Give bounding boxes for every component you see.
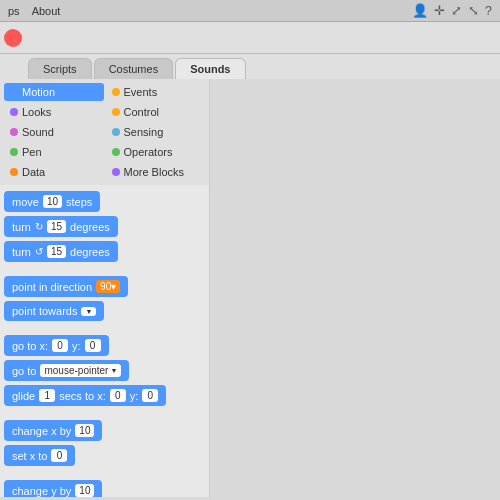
block-glide-y-value[interactable]: 0 [142,389,158,402]
category-sound-label: Sound [22,126,54,138]
clockwise-arrow-icon: ↻ [35,221,43,232]
block-turn-ccw-degrees: degrees [70,246,110,258]
operators-color-dot [112,148,120,156]
block-point-towards-text: point towards [12,305,77,317]
menu-icons: 👤 ✛ ⤢ ⤡ ? [412,3,492,18]
block-turn-ccw-value[interactable]: 15 [47,245,66,258]
tabs-container: Scripts Costumes Sounds [0,54,500,79]
block-point-towards[interactable]: point towards [4,301,104,321]
category-more-blocks[interactable]: More Blocks [106,163,206,181]
tab-sounds[interactable]: Sounds [175,58,245,79]
category-operators[interactable]: Operators [106,143,206,161]
block-point-direction-text: point in direction [12,281,92,293]
block-gap-4 [4,470,205,476]
category-sound[interactable]: Sound [4,123,104,141]
top-toolbar [0,22,500,54]
help-icon[interactable]: ? [485,3,492,18]
block-change-x-text: change x by [12,425,71,437]
block-go-to-xy-text: go to x: [12,340,48,352]
block-turn-cw-degrees: degrees [70,221,110,233]
motion-color-dot [10,88,18,96]
crosshair-icon[interactable]: ✛ [434,3,445,18]
block-glide-x-value[interactable]: 0 [110,389,126,402]
block-set-x-value[interactable]: 0 [51,449,67,462]
control-color-dot [112,108,120,116]
category-motion[interactable]: Motion [4,83,104,101]
category-looks[interactable]: Looks [4,103,104,121]
block-turn-ccw[interactable]: turn ↺ 15 degrees [4,241,118,262]
block-gap-1 [4,266,205,272]
block-gap-3 [4,410,205,416]
block-go-to-y-value[interactable]: 0 [85,339,101,352]
expand2-icon[interactable]: ⤡ [468,3,479,18]
blocks-list: move 10 steps turn ↻ 15 degrees turn ↺ 1… [0,185,209,497]
block-go-to[interactable]: go to mouse-pointer [4,360,129,381]
script-area[interactable] [210,79,500,497]
more-blocks-color-dot [112,168,120,176]
pen-color-dot [10,148,18,156]
block-move-text: move [12,196,39,208]
block-turn-ccw-text: turn [12,246,31,258]
tab-scripts[interactable]: Scripts [28,58,92,79]
data-color-dot [10,168,18,176]
category-looks-label: Looks [22,106,51,118]
blocks-palette: Motion Events Looks Control Sound Sensin… [0,79,210,497]
category-data-label: Data [22,166,45,178]
sensing-color-dot [112,128,120,136]
block-gap-2 [4,325,205,331]
looks-color-dot [10,108,18,116]
category-data[interactable]: Data [4,163,104,181]
block-go-to-y-label: y: [72,340,81,352]
block-glide-secs-value[interactable]: 1 [39,389,55,402]
block-point-towards-dropdown[interactable] [81,307,96,316]
category-sensing[interactable]: Sensing [106,123,206,141]
block-change-x[interactable]: change x by 10 [4,420,102,441]
category-motion-label: Motion [22,86,55,98]
category-control[interactable]: Control [106,103,206,121]
block-set-x[interactable]: set x to 0 [4,445,75,466]
block-point-direction[interactable]: point in direction 90▾ [4,276,128,297]
category-events-label: Events [124,86,158,98]
person-icon[interactable]: 👤 [412,3,428,18]
block-glide-text: glide [12,390,35,402]
block-glide-y-label: y: [130,390,139,402]
menu-ps[interactable]: ps [8,5,20,17]
category-sensing-label: Sensing [124,126,164,138]
block-set-x-text: set x to [12,450,47,462]
categories-grid: Motion Events Looks Control Sound Sensin… [0,79,209,185]
menu-about[interactable]: About [32,5,61,17]
category-events[interactable]: Events [106,83,206,101]
block-go-to-text: go to [12,365,36,377]
block-move[interactable]: move 10 steps [4,191,100,212]
counterclockwise-arrow-icon: ↺ [35,246,43,257]
block-glide[interactable]: glide 1 secs to x: 0 y: 0 [4,385,166,406]
block-change-y-value[interactable]: 10 [75,484,94,497]
block-move-steps-value[interactable]: 10 [43,195,62,208]
category-more-blocks-label: More Blocks [124,166,185,178]
block-turn-cw-value[interactable]: 15 [47,220,66,233]
block-move-steps-label: steps [66,196,92,208]
block-turn-cw-text: turn [12,221,31,233]
block-change-x-value[interactable]: 10 [75,424,94,437]
category-operators-label: Operators [124,146,173,158]
expand-icon[interactable]: ⤢ [451,3,462,18]
main-content: Motion Events Looks Control Sound Sensin… [0,79,500,497]
block-go-to-x-value[interactable]: 0 [52,339,68,352]
tab-costumes[interactable]: Costumes [94,58,174,79]
events-color-dot [112,88,120,96]
category-pen-label: Pen [22,146,42,158]
sprite-thumbnail [4,29,22,47]
block-glide-secs-label: secs to x: [59,390,105,402]
sound-color-dot [10,128,18,136]
block-change-y-text: change y by [12,485,71,497]
category-pen[interactable]: Pen [4,143,104,161]
block-point-direction-value[interactable]: 90▾ [96,280,120,293]
block-turn-cw[interactable]: turn ↻ 15 degrees [4,216,118,237]
category-control-label: Control [124,106,159,118]
menu-bar: ps About 👤 ✛ ⤢ ⤡ ? [0,0,500,22]
block-change-y[interactable]: change y by 10 [4,480,102,497]
block-go-to-dropdown[interactable]: mouse-pointer [40,364,121,377]
block-go-to-xy[interactable]: go to x: 0 y: 0 [4,335,109,356]
